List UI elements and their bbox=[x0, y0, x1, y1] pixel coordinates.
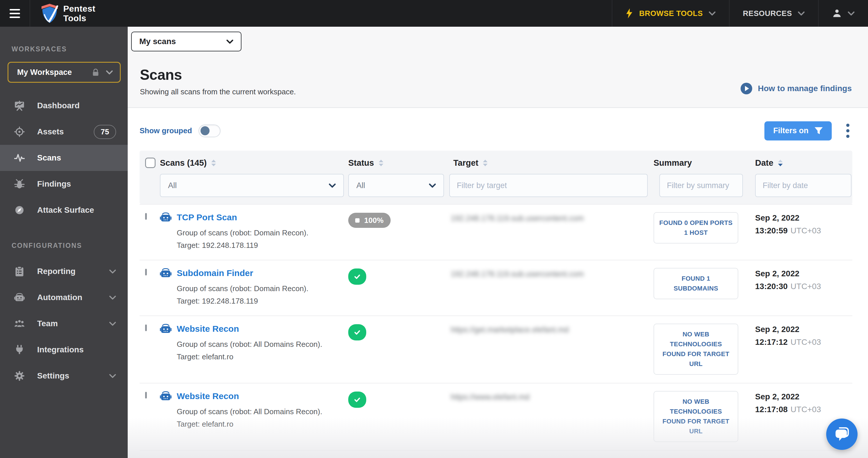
sort-icon[interactable] bbox=[483, 160, 488, 166]
robot-icon bbox=[160, 391, 172, 401]
robot-icon bbox=[160, 324, 172, 334]
sidebar-item[interactable]: Scans bbox=[0, 145, 128, 171]
summary-badge[interactable]: NO WEB TECHNOLOGIES FOUND FOR TARGET URL bbox=[654, 324, 738, 375]
row-checkbox[interactable] bbox=[145, 213, 147, 220]
sort-icon-active-desc[interactable] bbox=[778, 160, 783, 166]
table-body: TCP Port Scan Group of scans (robot: Dom… bbox=[140, 204, 852, 458]
check-icon bbox=[353, 396, 361, 403]
scan-timezone: UTC+03 bbox=[790, 405, 821, 414]
scans-filter-select[interactable]: All bbox=[160, 174, 344, 197]
chevron-down-icon bbox=[329, 183, 336, 188]
sidebar-item[interactable]: Attack Surface bbox=[0, 197, 128, 223]
scan-target-line: Target: 192.248.178.119 bbox=[177, 239, 348, 252]
scan-date: Sep 2, 2022 bbox=[755, 325, 852, 334]
scan-name-link[interactable]: Website Recon bbox=[177, 391, 239, 401]
sidebar-item[interactable]: Automation bbox=[0, 284, 128, 311]
funnel-filter-icon bbox=[814, 127, 823, 135]
date-filter-input[interactable] bbox=[755, 174, 851, 197]
redacted-target-text: 192.248.178.119.sub.usercontent.com bbox=[451, 214, 584, 223]
workspace-selector[interactable]: My Workspace bbox=[7, 62, 121, 83]
target-icon bbox=[14, 126, 25, 137]
show-grouped-label: Show grouped bbox=[140, 126, 192, 135]
sidebar-item[interactable]: Dashboard bbox=[0, 93, 128, 119]
scan-name-link[interactable]: Website Recon bbox=[177, 324, 239, 334]
sort-icon[interactable] bbox=[379, 160, 383, 166]
plug-icon bbox=[14, 344, 25, 355]
sidebar-item[interactable]: Findings bbox=[0, 171, 128, 197]
target-filter-input[interactable] bbox=[449, 174, 648, 197]
show-grouped-toggle[interactable] bbox=[198, 124, 221, 137]
success-check-badge bbox=[348, 324, 366, 340]
sidebar-item-label: Automation bbox=[37, 293, 109, 302]
brand-logo[interactable]: Pentest Tools bbox=[30, 0, 105, 27]
clipboard-report-icon bbox=[14, 266, 25, 277]
row-checkbox[interactable] bbox=[145, 269, 147, 275]
row-checkbox[interactable] bbox=[145, 392, 147, 398]
summary-filter-input[interactable] bbox=[659, 174, 743, 197]
scan-time: 12:17:08 bbox=[755, 405, 787, 414]
how-to-manage-findings-link[interactable]: How to manage findings bbox=[740, 83, 852, 96]
sidebar-item[interactable]: Settings bbox=[0, 363, 128, 389]
summary-badge[interactable]: FOUND 0 OPEN PORTS 1 HOST bbox=[654, 212, 738, 244]
sidebar-item[interactable]: Team bbox=[0, 311, 128, 337]
shield-logo-icon bbox=[41, 3, 59, 24]
sort-icon[interactable] bbox=[211, 160, 216, 166]
summary-badge[interactable]: NO WEB TECHNOLOGIES FOUND FOR TARGET URL bbox=[654, 391, 738, 442]
scan-time: 13:20:59 bbox=[755, 226, 787, 235]
success-check-badge bbox=[348, 269, 366, 285]
column-header-date: Date bbox=[755, 156, 852, 169]
sidebar: WORKSPACES My Workspace bbox=[0, 27, 128, 458]
scan-description: Group of scans (robot: Domain Recon). bbox=[177, 282, 348, 295]
scan-name-link[interactable]: TCP Port Scan bbox=[177, 212, 237, 222]
kebab-menu-icon[interactable] bbox=[843, 120, 852, 142]
sidebar-item[interactable]: Reporting bbox=[0, 258, 128, 284]
table-row: Website Recon Group of scans (robot: All… bbox=[140, 315, 852, 383]
app-window: Pentest Tools BROWSE TOOLS RESOURCES WOR… bbox=[0, 0, 868, 458]
scan-time: 12:17:12 bbox=[755, 338, 787, 346]
stop-icon bbox=[355, 218, 360, 223]
sidebar-item[interactable]: Integrations bbox=[0, 337, 128, 363]
redacted-target-text: https://get.marketplace.elefant.md bbox=[451, 325, 569, 334]
table-row: Website Recon Group of scans (robot: All… bbox=[140, 383, 852, 450]
resources-menu[interactable]: RESOURCES bbox=[729, 0, 818, 27]
brand-line1: Pentest bbox=[63, 4, 95, 13]
robot-icon bbox=[160, 268, 172, 278]
sidebar-item[interactable]: Assets 75 bbox=[0, 119, 128, 145]
chevron-down-icon bbox=[109, 296, 116, 300]
scans-table: Scans (145) Status Target bbox=[140, 151, 852, 458]
intercom-chat-button[interactable] bbox=[826, 419, 858, 450]
sidebar-item-label: Team bbox=[37, 319, 109, 328]
scan-date: Sep 2, 2022 bbox=[755, 392, 852, 401]
chevron-down-icon bbox=[109, 374, 116, 378]
check-icon bbox=[353, 329, 361, 336]
account-menu[interactable] bbox=[818, 0, 868, 27]
lightning-icon bbox=[626, 8, 633, 19]
select-all-checkbox[interactable] bbox=[145, 158, 156, 168]
scans-scope-select[interactable]: My scans bbox=[131, 32, 242, 51]
scan-date: Sep 2, 2022 bbox=[755, 213, 852, 223]
column-header-status: Status bbox=[348, 156, 449, 169]
row-checkbox[interactable] bbox=[145, 325, 147, 331]
workspaces-section-label: WORKSPACES bbox=[11, 45, 128, 53]
filters-on-button[interactable]: Filters on bbox=[765, 121, 832, 141]
robot-icon bbox=[160, 212, 172, 223]
table-header: Scans (145) Status Target bbox=[140, 151, 852, 204]
chat-bubble-icon bbox=[833, 425, 851, 443]
chevron-down-icon bbox=[429, 183, 436, 188]
browse-tools-menu[interactable]: BROWSE TOOLS bbox=[612, 0, 729, 27]
column-header-target: Target bbox=[449, 156, 654, 169]
page-header-band: My scans Scans Showing all scans from th… bbox=[128, 27, 868, 108]
brand-line2: Tools bbox=[63, 13, 95, 23]
help-link-label: How to manage findings bbox=[758, 84, 852, 93]
team-icon bbox=[14, 318, 25, 329]
scan-description: Group of scans (robot: All Domains Recon… bbox=[177, 338, 348, 350]
page-title: Scans bbox=[140, 66, 296, 83]
chevron-down-icon bbox=[106, 70, 113, 74]
scan-time: 13:20:30 bbox=[755, 282, 787, 291]
summary-badge[interactable]: FOUND 1 SUBDOMAINS bbox=[654, 268, 738, 299]
sidebar-item-label: Integrations bbox=[37, 345, 116, 355]
scan-name-link[interactable]: Subdomain Finder bbox=[177, 268, 253, 278]
hamburger-menu-icon[interactable] bbox=[0, 0, 30, 27]
status-filter-select[interactable]: All bbox=[348, 174, 444, 197]
page-subtitle: Showing all scans from the current works… bbox=[140, 87, 296, 96]
